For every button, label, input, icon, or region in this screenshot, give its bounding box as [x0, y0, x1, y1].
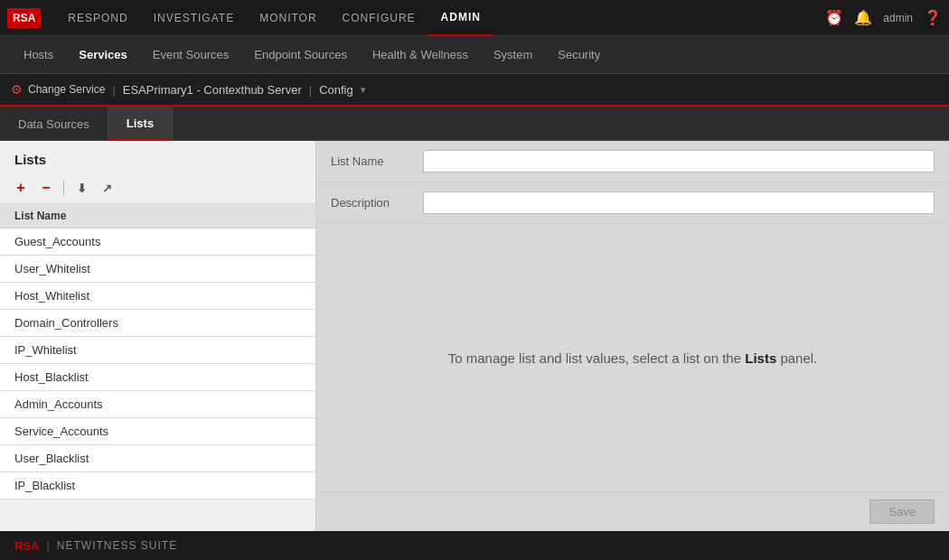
list-name-input[interactable] — [423, 150, 935, 173]
tab-data-sources[interactable]: Data Sources — [0, 107, 108, 141]
bottom-logo: RSA — [14, 539, 39, 553]
clock-icon[interactable]: ⏰ — [825, 9, 843, 26]
nav-system[interactable]: System — [481, 36, 545, 74]
nav-items: RESPOND INVESTIGATE MONITOR CONFIGURE AD… — [55, 0, 825, 36]
nav-monitor[interactable]: MONITOR — [247, 0, 329, 36]
lists-panel: Lists + − ⬇ ↗ List Name Guest_Accounts U… — [0, 141, 316, 531]
service-icon: ⚙ — [11, 82, 23, 97]
list-item[interactable]: Guest_Accounts — [0, 229, 315, 256]
list-item[interactable]: Host_Whitelist — [0, 283, 315, 310]
breadcrumb-change-service[interactable]: ⚙ Change Service — [11, 82, 105, 97]
help-icon[interactable]: ❓ — [924, 9, 942, 26]
change-service-label[interactable]: Change Service — [28, 83, 105, 96]
bottom-bar: RSA | NETWITNESS SUITE — [0, 531, 949, 560]
nav-hosts[interactable]: Hosts — [11, 36, 66, 74]
list-item[interactable]: Service_Accounts — [0, 418, 315, 445]
nav-respond[interactable]: RESPOND — [55, 0, 140, 36]
list-item[interactable]: IP_Blacklist — [0, 472, 315, 499]
nav-configure[interactable]: CONFIGURE — [330, 0, 428, 36]
nav-event-sources[interactable]: Event Sources — [140, 36, 242, 74]
save-button[interactable]: Save — [869, 499, 935, 524]
description-row: Description — [316, 182, 949, 224]
lists-toolbar: + − ⬇ ↗ — [0, 173, 315, 204]
toolbar-separator — [63, 180, 64, 196]
list-item[interactable]: User_Blacklist — [0, 445, 315, 472]
description-input[interactable] — [423, 191, 935, 214]
list-item[interactable]: IP_Whitelist — [0, 337, 315, 364]
bell-icon[interactable]: 🔔 — [854, 9, 872, 26]
select-list-message: To manage list and list values, select a… — [316, 224, 949, 491]
nav-right: ⏰ 🔔 admin ❓ — [825, 9, 942, 26]
nav-health-wellness[interactable]: Health & Wellness — [360, 36, 481, 74]
list-items-container: Guest_Accounts User_Whitelist Host_White… — [0, 229, 315, 531]
rsa-logo: RSA — [7, 8, 41, 28]
nav-security[interactable]: Security — [545, 36, 613, 74]
bottom-product-name: NETWITNESS SUITE — [57, 539, 177, 552]
breadcrumb: ⚙ Change Service | ESAPrimary1 - Context… — [0, 74, 949, 107]
list-item[interactable]: Host_Blacklist — [0, 364, 315, 391]
list-column-header: List Name — [0, 204, 315, 229]
panel-title: Lists — [0, 141, 315, 173]
list-item[interactable]: Admin_Accounts — [0, 391, 315, 418]
list-name-label: List Name — [331, 154, 412, 168]
user-menu[interactable]: admin — [883, 12, 913, 24]
list-name-row: List Name — [316, 141, 949, 182]
description-label: Description — [331, 196, 412, 210]
config-label[interactable]: Config — [319, 83, 353, 97]
nav-admin[interactable]: ADMIN — [428, 0, 493, 36]
main-content: Lists + − ⬇ ↗ List Name Guest_Accounts U… — [0, 141, 949, 531]
remove-button[interactable]: − — [36, 178, 56, 198]
nav-investigate[interactable]: INVESTIGATE — [141, 0, 247, 36]
message-text: To manage list and list values, select a… — [448, 350, 818, 366]
top-navigation: RSA RESPOND INVESTIGATE MONITOR CONFIGUR… — [0, 0, 949, 36]
nav-services[interactable]: Services — [66, 36, 140, 74]
add-button[interactable]: + — [11, 178, 31, 198]
bottom-separator: | — [46, 539, 49, 553]
config-dropdown-icon[interactable]: ▾ — [361, 84, 366, 96]
tab-lists[interactable]: Lists — [108, 107, 173, 141]
right-footer: Save — [316, 491, 949, 531]
server-name: ESAPrimary1 - Contexthub Server — [123, 83, 302, 97]
breadcrumb-sep-2: | — [309, 83, 312, 97]
detail-panel: List Name Description To manage list and… — [316, 141, 949, 531]
export-button[interactable]: ↗ — [97, 178, 117, 198]
second-navigation: Hosts Services Event Sources Endpoint So… — [0, 36, 949, 74]
breadcrumb-sep-1: | — [112, 83, 115, 97]
import-button[interactable]: ⬇ — [71, 178, 91, 198]
sub-tabs: Data Sources Lists — [0, 107, 949, 141]
nav-endpoint-sources[interactable]: Endpoint Sources — [241, 36, 360, 74]
list-item[interactable]: Domain_Controllers — [0, 310, 315, 337]
list-item[interactable]: User_Whitelist — [0, 256, 315, 283]
